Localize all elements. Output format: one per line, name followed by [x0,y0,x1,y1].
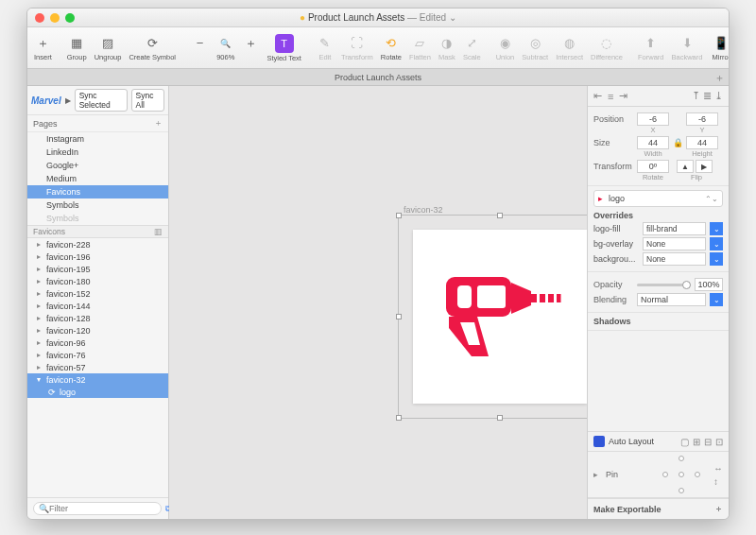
align-right-icon[interactable]: ⇥ [619,90,627,102]
add-export-icon[interactable]: ＋ [714,503,723,515]
resize-handle[interactable] [396,213,402,218]
pin-target[interactable] [662,456,700,493]
forward-button[interactable]: ⬆Forward [635,29,667,67]
layer-row[interactable]: ▸favicon-195 [27,263,168,275]
al-opt4-icon[interactable]: ⊡ [715,437,723,447]
align-vcenter-icon[interactable]: ≣ [703,90,712,102]
opacity-slider[interactable] [637,284,691,286]
layer-row[interactable]: ▸favicon-144 [27,300,168,312]
resize-handle[interactable] [497,213,503,218]
zoom-out-button[interactable]: −Zoom [188,29,212,67]
layer-row[interactable]: ▸favicon-57 [27,361,168,373]
create-symbol-button[interactable]: ⟳Create Symbol [126,29,179,67]
layer-row[interactable]: ▸favicon-196 [27,250,168,263]
layer-row[interactable]: ▸favicon-128 [27,312,168,324]
flip-v-icon[interactable]: ▶ [696,160,713,173]
layer-row[interactable]: ▸favicon-228 [27,238,168,250]
disclosure-icon[interactable]: ▸ [35,277,43,285]
page-row[interactable]: Medium [27,172,168,185]
edit-button[interactable]: ✎Edit [314,29,336,67]
resize-handle[interactable] [396,314,402,319]
insert-button[interactable]: ＋Insert [31,29,55,67]
pin-width-icon[interactable]: ↔ [713,463,723,474]
filter-input[interactable] [33,502,162,515]
zoom-value[interactable]: 🔍906% [214,29,237,67]
override-select[interactable]: None [643,237,706,250]
canvas[interactable]: favicon-32 [169,86,587,519]
play-icon[interactable]: ▶ [65,96,71,105]
difference-button[interactable]: ◌Difference [588,29,626,67]
pin-height-icon[interactable]: ↕ [713,476,723,487]
add-page-button[interactable]: ＋ [154,117,163,129]
chevron-down-icon[interactable]: ⌄ [710,222,723,235]
al-opt3-icon[interactable]: ⊟ [704,437,712,447]
disclosure-icon[interactable]: ▸ [35,326,43,335]
disclosure-icon[interactable]: ▸ [35,363,43,371]
resize-handle[interactable] [497,415,503,421]
ungroup-button[interactable]: ▨Ungroup [92,29,125,67]
override-select[interactable]: fill-brand [643,222,706,235]
zoom-in-button[interactable]: ＋ [239,29,262,67]
title-dropdown-icon[interactable]: ⌄ [449,12,456,23]
disclosure-icon[interactable]: ▸ [35,252,43,261]
disclosure-icon[interactable]: ▸ [35,314,43,322]
rotate-button[interactable]: ⟲Rotate [378,29,404,67]
styled-text-button[interactable]: TStyled Text [264,29,304,67]
align-top-icon[interactable]: ⤒ [692,90,700,102]
page-row[interactable]: Symbols [27,198,168,212]
backward-button[interactable]: ⬇Backward [669,29,706,67]
page-row[interactable]: Favicons [27,185,168,198]
flatten-button[interactable]: ▱Flatten [406,29,434,67]
chevron-down-icon[interactable]: ⌄ [710,252,723,266]
disclosure-icon[interactable]: ▸ [35,338,43,347]
layer-row[interactable]: ▸favicon-180 [27,275,168,287]
subtract-button[interactable]: ◎Subtract [519,29,551,67]
scale-button[interactable]: ⤢Scale [460,29,484,67]
pagebar-title[interactable]: Product Launch Assets [335,73,421,82]
pin-bottom[interactable] [679,488,684,493]
disclosure-icon[interactable]: ▸ [35,351,43,359]
artboard-menu-icon[interactable]: ▥ [154,227,163,236]
artboard[interactable] [413,230,587,404]
page-row[interactable]: Google+ [27,159,168,172]
disclosure-icon[interactable]: ▸ [35,265,43,273]
page-row[interactable]: Symbols [27,212,168,225]
mask-button[interactable]: ◑Mask [436,29,458,67]
mirror-button[interactable]: 📱Mirror [709,29,730,67]
layer-row[interactable]: ⟳ logo [27,386,168,398]
align-left-icon[interactable]: ⇤ [593,90,602,102]
sync-selected-button[interactable]: Sync Selected [75,89,128,112]
page-row[interactable]: LinkedIn [27,146,168,159]
height-input[interactable]: 44 [686,136,718,149]
transform-button[interactable]: ⛶Transform [338,29,376,67]
pin-expand-icon[interactable]: ▸ [593,470,598,479]
union-button[interactable]: ◉Union [493,29,518,67]
resize-handle[interactable] [396,415,402,421]
symbol-selector[interactable]: ▸ logo ⌃⌄ [593,190,723,207]
override-select[interactable]: None [643,252,706,266]
al-opt1-icon[interactable]: ▢ [680,437,689,447]
disclosure-icon[interactable]: ▾ [35,375,43,384]
layer-row[interactable]: ▸favicon-120 [27,324,168,337]
opacity-value[interactable]: 100% [695,278,723,291]
make-exportable-row[interactable]: Make Exportable ＋ [588,498,729,519]
slider-thumb[interactable] [682,281,691,289]
position-y-input[interactable]: -6 [686,112,718,126]
align-hcenter-icon[interactable]: ≡ [608,91,613,102]
add-page-icon[interactable]: ＋ [714,71,725,85]
chevron-down-icon[interactable]: ⌄ [710,293,723,306]
rotate-input[interactable]: 0º [637,160,669,173]
intersect-button[interactable]: ◍Intersect [553,29,586,67]
layer-row[interactable]: ▸favicon-96 [27,337,168,349]
artboard-label[interactable]: favicon-32 [404,205,443,215]
disclosure-icon[interactable]: ▸ [35,289,43,298]
sync-all-button[interactable]: Sync All [131,89,165,112]
layer-row[interactable]: ▾favicon-32 [27,373,168,386]
disclosure-icon[interactable]: ▸ [35,240,43,249]
pin-center[interactable] [679,472,684,477]
position-x-input[interactable]: -6 [637,112,669,126]
pin-right[interactable] [695,472,700,477]
pin-left[interactable] [662,472,668,477]
align-bottom-icon[interactable]: ⤓ [714,90,723,102]
disclosure-icon[interactable]: ▸ [35,302,43,310]
